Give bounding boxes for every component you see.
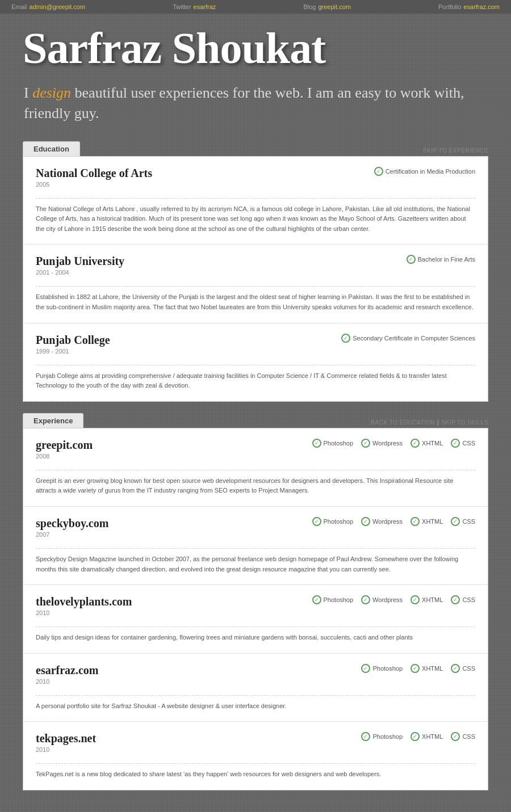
portfolio-label: Portfolio (438, 3, 461, 10)
tekpages-badge-photoshop: ✓ Photoshop (361, 732, 403, 741)
pu-divider (36, 286, 475, 287)
check-icon: ✓ (451, 439, 460, 448)
speckyboy-title-block: speckyboy.com 2007 (36, 517, 108, 542)
tagline-after: beautiful user experiences for the web. … (24, 85, 464, 121)
experience-entry-tekpages: tekpages.net 2010 ✓ Photoshop ✓ XHTML ✓ … (23, 722, 488, 790)
pc-year: 1999 - 2001 (36, 348, 110, 355)
tekpages-badge-xhtml: ✓ XHTML (411, 732, 443, 741)
lovelyplants-badge-xhtml: ✓ XHTML (411, 595, 443, 604)
esarfraz-header: esarfraz.com 2010 ✓ Photoshop ✓ XHTML ✓ … (36, 664, 475, 689)
check-icon: ✓ (374, 167, 383, 176)
badge-label: Photoshop (372, 665, 403, 672)
lovelyplants-title: thelovelyplants.com (36, 595, 132, 608)
badge-label: XHTML (422, 665, 443, 672)
badge-label: Photoshop (372, 733, 403, 740)
blog-label: Blog (303, 3, 316, 10)
check-icon: ✓ (312, 439, 321, 448)
nav-separator: | (437, 419, 439, 426)
pc-title-block: Punjab College 1999 - 2001 (36, 334, 110, 359)
badge-label: CSS (462, 596, 475, 603)
badge-label: Wordpress (372, 518, 403, 525)
lovelyplants-header: thelovelyplants.com 2010 ✓ Photoshop ✓ W… (36, 595, 475, 621)
nca-badges: ✓ Certification in Media Production (374, 167, 475, 176)
check-icon: ✓ (451, 732, 460, 741)
check-icon: ✓ (411, 439, 420, 448)
badge-label: Photoshop (324, 518, 354, 525)
esarfraz-title: esarfraz.com (36, 664, 99, 677)
nca-title: National College of Arts (36, 167, 152, 180)
pc-divider (36, 365, 475, 365)
blog-value: greepit.com (318, 3, 350, 10)
back-to-education[interactable]: BACK TO EDUCATION (371, 419, 435, 426)
greepit-year: 2008 (36, 453, 93, 460)
tekpages-title-block: tekpages.net 2010 (36, 732, 96, 758)
experience-tab: Experience (23, 413, 83, 428)
blog-item: Blog greepit.com (303, 3, 351, 10)
lovelyplants-badges: ✓ Photoshop ✓ Wordpress ✓ XHTML ✓ CSS (312, 595, 476, 604)
greepit-badges: ✓ Photoshop ✓ Wordpress ✓ XHTML ✓ CSS (312, 439, 476, 448)
esarfraz-badge-xhtml: ✓ XHTML (411, 664, 443, 673)
speckyboy-header: speckyboy.com 2007 ✓ Photoshop ✓ Wordpre… (36, 517, 475, 542)
badge-label: Photoshop (324, 596, 354, 603)
badge-label: CSS (462, 440, 475, 447)
esarfraz-year: 2010 (36, 678, 99, 685)
lovelyplants-year: 2010 (36, 609, 132, 616)
education-entry-pu: Punjab University 2001 - 2004 ✓ Bachelor… (23, 245, 488, 323)
speckyboy-desc: Speckyboy Design Magazine launched in Oc… (36, 554, 475, 574)
tagline-before: I (24, 85, 32, 101)
nca-header: National College of Arts 2005 ✓ Certific… (36, 167, 475, 192)
lovelyplants-badge-photoshop: ✓ Photoshop (312, 595, 354, 604)
twitter-label: Twitter (173, 3, 191, 10)
skip-to-experience[interactable]: SKIP TO EXPERIENCE (423, 148, 488, 156)
education-content: National College of Arts 2005 ✓ Certific… (23, 156, 488, 402)
speckyboy-badge-photoshop: ✓ Photoshop (312, 517, 354, 526)
pu-desc: Established in 1882 at Lahore, the Unive… (36, 292, 475, 312)
check-icon: ✓ (361, 517, 370, 526)
speckyboy-title: speckyboy.com (36, 517, 108, 530)
badge-label: CSS (462, 518, 475, 525)
greepit-title: greepit.com (36, 439, 93, 452)
tekpages-badge-css: ✓ CSS (451, 732, 475, 741)
pu-badges: ✓ Bachelor in Fine Arts (407, 255, 476, 264)
nca-badge-label: Certification in Media Production (386, 168, 475, 175)
speckyboy-badge-xhtml: ✓ XHTML (411, 517, 443, 526)
nca-title-block: National College of Arts 2005 (36, 167, 152, 192)
badge-label: XHTML (422, 440, 443, 447)
badge-label: CSS (462, 733, 475, 740)
check-icon: ✓ (312, 595, 321, 604)
esarfraz-divider (36, 695, 475, 696)
badge-label: Photoshop (324, 440, 354, 447)
speckyboy-year: 2007 (36, 531, 108, 538)
education-tab: Education (23, 141, 80, 156)
tekpages-badges: ✓ Photoshop ✓ XHTML ✓ CSS (361, 732, 475, 741)
badge-label: CSS (462, 665, 475, 672)
nca-desc: The National College of Arts Lahore , us… (36, 204, 475, 234)
check-icon: ✓ (411, 517, 420, 526)
pu-badge-label: Bachelor in Fine Arts (418, 256, 476, 263)
esarfraz-badge-photoshop: ✓ Photoshop (361, 664, 403, 673)
education-section: Education SKIP TO EXPERIENCE National Co… (23, 141, 488, 402)
pu-header: Punjab University 2001 - 2004 ✓ Bachelor… (36, 255, 475, 280)
greepit-desc: Greepit is an ever growing blog known fo… (36, 476, 475, 496)
badge-label: XHTML (422, 596, 443, 603)
page-title: Sarfraz Shoukat (23, 25, 488, 71)
pu-title: Punjab University (36, 255, 124, 268)
pu-badge: ✓ Bachelor in Fine Arts (407, 255, 476, 264)
experience-entry-esarfraz: esarfraz.com 2010 ✓ Photoshop ✓ XHTML ✓ … (23, 654, 488, 722)
check-icon: ✓ (451, 595, 460, 604)
portfolio-item: Portfolio esarfraz.com (438, 3, 500, 10)
check-icon: ✓ (361, 664, 370, 673)
header: Sarfraz Shoukat I design beautiful user … (0, 14, 511, 130)
check-icon: ✓ (361, 732, 370, 741)
check-icon: ✓ (411, 664, 420, 673)
lovelyplants-desc: Daily tips and design ideas for containe… (36, 633, 475, 643)
tekpages-divider (36, 763, 475, 764)
education-entry-nca: National College of Arts 2005 ✓ Certific… (23, 157, 488, 245)
badge-label: Wordpress (372, 440, 403, 447)
badge-label: XHTML (422, 733, 443, 740)
esarfraz-badge-css: ✓ CSS (451, 664, 475, 673)
pc-header: Punjab College 1999 - 2001 ✓ Secondary C… (36, 334, 475, 359)
skip-to-skills[interactable]: SKIP TO SKILLS (441, 419, 488, 426)
experience-header-row: Experience BACK TO EDUCATION | SKIP TO S… (23, 413, 488, 428)
pu-title-block: Punjab University 2001 - 2004 (36, 255, 124, 280)
